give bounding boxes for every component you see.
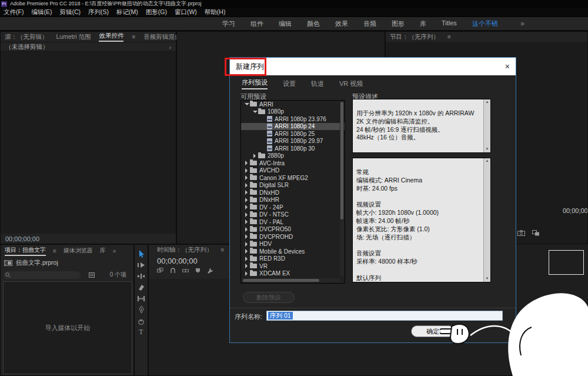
preset-folder-row[interactable]: AVC-Intra: [241, 159, 345, 167]
dialog-tab[interactable]: VR 视频: [339, 79, 363, 88]
details-scrollbar[interactable]: ▲▼: [483, 158, 490, 282]
description-scrollbar[interactable]: ▲▼: [483, 99, 490, 152]
slip-tool[interactable]: [136, 294, 146, 303]
panel-menu-icon[interactable]: ≡: [221, 247, 225, 253]
preset-folder-row[interactable]: HDV: [241, 241, 345, 248]
project-file-row[interactable]: 扭曲文字.prproj: [1, 257, 133, 269]
project-media-area[interactable]: 导入媒体以开始: [3, 281, 132, 374]
preset-folder-row[interactable]: Mobile & Devices: [241, 248, 345, 255]
snap-magnet-icon[interactable]: [170, 268, 176, 274]
preset-folder-row[interactable]: RED R3D: [241, 255, 345, 263]
preset-folder-row[interactable]: DNxHD: [241, 189, 345, 197]
panel-menu-icon[interactable]: ≡: [53, 248, 56, 254]
workspace-tab[interactable]: 编辑: [279, 19, 292, 28]
panel-menu-icon[interactable]: ≡: [132, 34, 135, 40]
expand-icon[interactable]: [244, 183, 249, 188]
panel-menu-icon[interactable]: ≡: [447, 34, 451, 40]
collapse-icon[interactable]: [244, 102, 249, 107]
preset-row[interactable]: ARRI 1080p 29.97: [241, 138, 345, 145]
chevron-right-icon[interactable]: ›: [169, 44, 172, 51]
export-frame-camera-icon[interactable]: [517, 230, 525, 236]
project-panel-tab[interactable]: 项目：扭曲文字: [5, 246, 46, 256]
menu-item[interactable]: 窗口(W): [175, 8, 197, 16]
scroll-up-icon[interactable]: ▲: [486, 159, 489, 164]
expand-icon[interactable]: [244, 190, 249, 195]
menu-item[interactable]: 图形(G): [146, 8, 167, 16]
collapse-icon[interactable]: [252, 109, 258, 114]
workspace-tab[interactable]: 库: [420, 19, 426, 28]
list-view-icon[interactable]: [89, 269, 95, 280]
project-panel-tab[interactable]: 媒体浏览器: [64, 247, 93, 255]
tree-vertical-scrollbar[interactable]: [340, 102, 344, 276]
workspace-tab[interactable]: Titles: [442, 19, 457, 28]
expand-icon[interactable]: [244, 257, 249, 261]
linked-selection-icon[interactable]: [182, 268, 189, 274]
insert-overwrite-icon[interactable]: [157, 268, 163, 274]
comparison-view-icon[interactable]: [532, 230, 540, 236]
panel-overflow-icon[interactable]: »: [113, 248, 116, 254]
preset-folder-row[interactable]: DV - 24P: [241, 204, 345, 211]
workspace-tab[interactable]: 组件: [250, 19, 263, 28]
preset-folder-row[interactable]: XDCAM EX: [241, 270, 345, 278]
add-marker-icon[interactable]: [195, 268, 201, 273]
workspace-tab[interactable]: 颜色: [307, 19, 320, 28]
expand-icon[interactable]: [244, 205, 249, 209]
ripple-edit-tool[interactable]: [136, 272, 146, 281]
expand-icon[interactable]: [244, 264, 249, 268]
workspace-tab[interactable]: 效果: [335, 19, 348, 28]
track-select-tool[interactable]: [136, 261, 146, 269]
scroll-down-icon[interactable]: ▼: [486, 277, 489, 281]
razor-tool[interactable]: [136, 283, 146, 292]
sequence-name-input[interactable]: 序列 01: [266, 311, 503, 321]
tab-timeline[interactable]: 时间轴：（无序列）: [157, 246, 213, 254]
preset-folder-row[interactable]: DVCPROHD: [241, 233, 345, 241]
left-panel-tab[interactable]: 效果控件: [99, 32, 123, 42]
dialog-tab[interactable]: 序列预设: [242, 78, 268, 89]
expand-icon[interactable]: [244, 198, 249, 202]
preset-folder-row[interactable]: AVCHD: [241, 167, 345, 175]
workspace-tab[interactable]: 音频: [363, 19, 376, 28]
workspace-overflow-icon[interactable]: »: [520, 19, 524, 28]
scrollbar-thumb[interactable]: [340, 102, 343, 219]
scroll-up-icon[interactable]: ▲: [486, 100, 489, 105]
selection-tool[interactable]: [136, 249, 146, 258]
dialog-tab[interactable]: 轨道: [311, 79, 324, 88]
preset-folder-row[interactable]: ARRI: [241, 101, 345, 108]
preset-folder-row[interactable]: DVCPRO50: [241, 226, 345, 234]
preset-folder-row[interactable]: Canon XF MPEG2: [241, 174, 345, 182]
preset-row[interactable]: ARRI 1080p 25: [241, 130, 345, 138]
expand-icon[interactable]: [244, 234, 249, 239]
timeline-settings-wrench-icon[interactable]: [207, 268, 213, 274]
type-tool[interactable]: T: [136, 328, 146, 337]
scroll-down-icon[interactable]: ▼: [486, 147, 489, 152]
expand-icon[interactable]: [244, 219, 249, 224]
workspace-tab[interactable]: 图形: [392, 19, 405, 28]
menu-item[interactable]: 编辑(E): [31, 8, 52, 16]
dialog-titlebar[interactable]: 新建序列 ×: [230, 58, 516, 75]
menu-item[interactable]: 剪辑(C): [59, 8, 81, 16]
preset-row[interactable]: ARRI 1080p 24: [241, 123, 345, 131]
project-panel-tab[interactable]: 库: [100, 247, 106, 255]
preset-row[interactable]: ARRI 1080p 23.976: [241, 115, 345, 123]
pen-tool[interactable]: [136, 305, 146, 314]
expand-icon[interactable]: [244, 212, 249, 217]
left-panel-tab[interactable]: 源：（无剪辑）: [5, 33, 48, 41]
left-panel-tab[interactable]: Lumetri 范围: [56, 33, 91, 41]
workspace-tab[interactable]: 这个不错: [472, 19, 498, 28]
menu-item[interactable]: 帮助(H): [205, 8, 226, 16]
search-input[interactable]: [3, 271, 81, 279]
scrollbar-thumb[interactable]: [243, 279, 319, 282]
menu-item[interactable]: 文件(F): [4, 8, 24, 16]
expand-icon[interactable]: [244, 242, 249, 247]
delete-preset-button[interactable]: 删除预设: [243, 292, 295, 303]
menu-item[interactable]: 序列(S): [88, 8, 109, 16]
preset-row[interactable]: ARRI 1080p 30: [241, 145, 345, 152]
expand-icon[interactable]: [244, 175, 249, 180]
dialog-tab[interactable]: 设置: [283, 79, 296, 88]
expand-icon[interactable]: [244, 168, 249, 173]
preset-folder-row[interactable]: Digital SLR: [241, 182, 345, 189]
expand-icon[interactable]: [244, 249, 249, 254]
workspace-tab[interactable]: 学习: [222, 19, 235, 28]
tab-program[interactable]: 节目：（无序列）: [390, 33, 439, 41]
hand-tool[interactable]: [136, 317, 146, 325]
